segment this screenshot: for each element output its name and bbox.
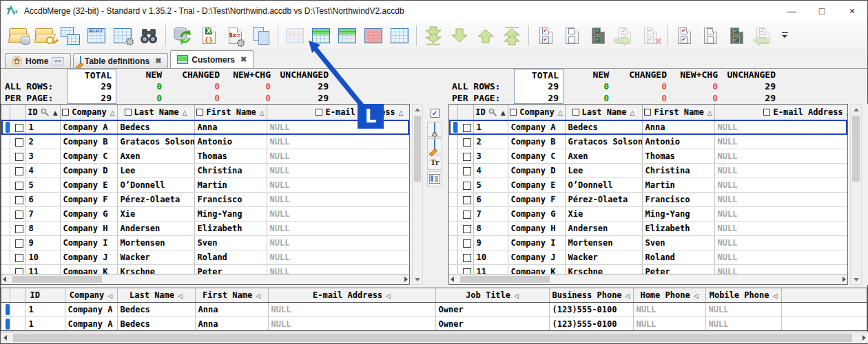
cell[interactable]: 6 [25, 193, 60, 207]
scroll-right-arrow[interactable] [862, 332, 866, 343]
table-row[interactable]: 5Company EO’DonnellMartinNULL [449, 178, 848, 193]
cell[interactable]: 9 [25, 236, 60, 250]
cell[interactable]: NULL [714, 120, 848, 135]
column-header-first-name[interactable]: First Name△ [194, 105, 267, 120]
column-header-id[interactable]: ID▲ [473, 105, 508, 120]
checkbox-cell[interactable] [10, 149, 25, 164]
cell[interactable]: Ming-Yang [642, 207, 714, 222]
cell[interactable]: Andersen [117, 222, 194, 236]
cell[interactable]: Bedecs [565, 120, 642, 135]
row-checkbox[interactable] [15, 138, 23, 147]
scroll-left-arrow[interactable] [3, 332, 7, 343]
cell[interactable]: 6 [473, 193, 508, 207]
cell[interactable]: NULL [267, 135, 410, 149]
close-button[interactable]: × [837, 1, 867, 21]
table-data-button[interactable] [57, 23, 83, 49]
cell[interactable]: NULL [714, 207, 848, 222]
cell[interactable]: 7 [25, 207, 60, 222]
tab-table-definitions[interactable]: Table definitions ✖ [73, 53, 169, 68]
cell[interactable]: NULL [268, 317, 435, 332]
detail-column-header-home-phone[interactable]: Home Phone◁ [633, 288, 705, 303]
cell[interactable]: Anna [642, 120, 714, 135]
sort-indicator-icon[interactable]: △ [110, 109, 115, 116]
cell[interactable]: NULL [267, 250, 410, 265]
stats-filter-header[interactable]: TOTAL [514, 69, 564, 80]
uncheck-all-right-button[interactable] [697, 23, 723, 49]
filter-unchanged-rows-button[interactable] [386, 23, 413, 49]
cell[interactable]: Company A [65, 303, 117, 317]
row-checkbox[interactable] [463, 211, 471, 219]
cell[interactable]: Ming-Yang [194, 207, 267, 222]
table-row[interactable]: 6Company FPérez-OlaetaFranciscoNULL [1, 193, 410, 207]
cell[interactable]: Xie [565, 207, 642, 222]
scroll-down-arrow[interactable] [413, 275, 422, 284]
cell[interactable]: Company A [508, 120, 565, 135]
find-button[interactable] [136, 23, 162, 49]
column-checkbox[interactable] [763, 109, 770, 116]
table-row[interactable]: 3Company CAxenThomasNULL [449, 149, 848, 164]
sort-indicator-icon[interactable]: ◁ [772, 292, 777, 299]
text-compare-button[interactable]: Tr [427, 155, 442, 170]
cell[interactable]: Company H [60, 222, 117, 236]
table-row[interactable]: 7Company GXieMing-YangNULL [449, 207, 848, 222]
stats-filter-header[interactable]: NEW+CHG [671, 69, 722, 80]
cell[interactable]: Thomas [642, 149, 714, 164]
cell[interactable]: 10 [473, 250, 508, 265]
scroll-up-arrow[interactable] [413, 105, 422, 114]
cell[interactable]: Company C [508, 149, 565, 164]
table-row[interactable]: 2Company BGratacos SolsonaAntonioNULL [449, 135, 848, 149]
scrollbar-thumb[interactable] [460, 276, 550, 283]
table-row[interactable]: 5Company EO’DonnellMartinNULL [1, 178, 410, 193]
cell[interactable]: 10 [25, 250, 60, 265]
cell[interactable]: Andersen [565, 222, 642, 236]
row-checkbox[interactable] [463, 138, 471, 147]
column-header-first-name[interactable]: First Name△ [642, 105, 714, 120]
cell[interactable]: Company C [60, 149, 117, 164]
cell[interactable]: Axen [565, 149, 642, 164]
row-checkbox[interactable] [463, 254, 471, 262]
table-row[interactable]: 1Company ABedecsAnnaNULL [1, 120, 410, 135]
checkbox-cell[interactable] [457, 164, 473, 178]
cell[interactable]: Anna [195, 317, 268, 332]
column-checkbox[interactable] [572, 109, 579, 116]
sort-indicator-icon[interactable]: ◁ [256, 292, 260, 299]
apply-checked-to-left-button[interactable]: ✔ [750, 23, 776, 49]
column-checkbox[interactable] [196, 109, 203, 116]
sort-indicator-icon[interactable]: ▲ [53, 109, 58, 116]
filter-changed-rows-button[interactable] [360, 23, 386, 49]
toolbar-overflow-button[interactable] [776, 23, 792, 49]
record-view-button[interactable] [427, 171, 442, 186]
cell[interactable]: 2 [25, 135, 60, 149]
row-checkbox[interactable] [463, 182, 471, 190]
cell[interactable]: Elizabeth [642, 222, 714, 236]
table-row[interactable]: 7Company GXieMing-YangNULL [1, 207, 410, 222]
column-checkbox[interactable] [62, 109, 69, 116]
sort-indicator-icon[interactable]: △ [183, 109, 187, 116]
maximize-button[interactable]: □ [807, 1, 837, 21]
checkbox-cell[interactable] [10, 193, 25, 207]
cell[interactable]: NULL [267, 193, 410, 207]
cell[interactable]: Mortensen [565, 236, 642, 250]
cell[interactable]: Pérez-Olaeta [565, 193, 642, 207]
cell[interactable]: Bedecs [117, 317, 195, 332]
check-all-right-button[interactable]: ✔✔ [671, 23, 697, 49]
checkbox-cell[interactable] [10, 178, 25, 193]
checkbox-cell[interactable] [10, 207, 25, 222]
stats-filter-header[interactable]: NEW+CHG [224, 69, 275, 80]
scroll-right-arrow[interactable] [404, 275, 408, 284]
checkbox-cell[interactable] [457, 236, 473, 250]
filter-all-rows-button[interactable] [282, 23, 308, 49]
stats-filter-header[interactable]: NEW [116, 69, 166, 80]
compare-settings-button[interactable] [110, 23, 136, 49]
sort-indicator-icon[interactable]: △ [847, 109, 848, 116]
checkbox-cell[interactable] [10, 236, 25, 250]
detail-row[interactable]: 1Company ABedecsAnnaNULLOwner(123)555-01… [1, 303, 867, 317]
cell[interactable]: NULL [705, 317, 781, 332]
scrollbar-thumb[interactable] [852, 116, 860, 182]
detail-column-header-business-phone[interactable]: Business Phone◁ [549, 288, 633, 303]
row-checkbox[interactable] [463, 239, 471, 248]
table-row[interactable]: 3Company CAxenThomasNULL [1, 149, 410, 164]
cell[interactable]: Gratacos Solsona [117, 135, 194, 149]
column-checkbox[interactable] [644, 109, 651, 116]
row-checkbox[interactable] [15, 225, 23, 233]
